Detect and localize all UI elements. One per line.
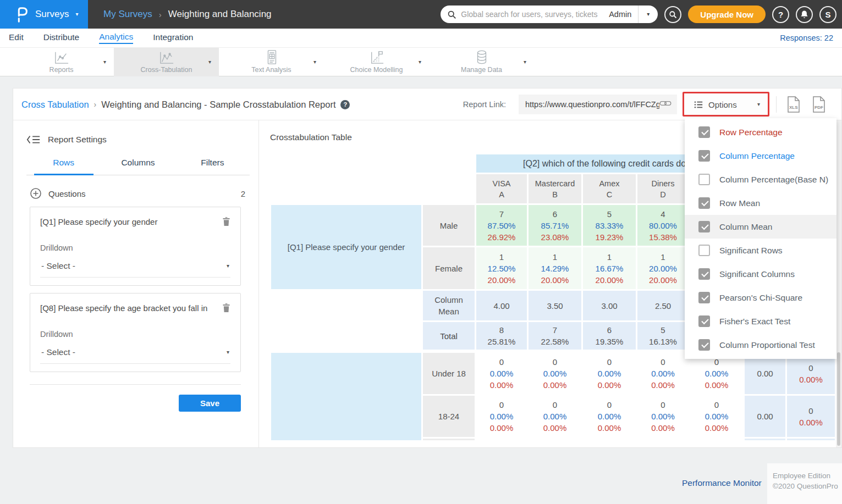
checkbox[interactable] — [698, 221, 710, 232]
row-label-male: Male — [423, 205, 475, 246]
chevron-down-icon[interactable] — [208, 59, 211, 65]
chevron-down-icon[interactable] — [419, 59, 421, 65]
help-icon[interactable]: ? — [340, 100, 350, 109]
checkbox[interactable] — [698, 292, 710, 303]
help-button[interactable] — [772, 6, 789, 23]
add-question-icon[interactable] — [30, 187, 42, 200]
search-submit-button[interactable] — [664, 6, 681, 23]
option-label: Significant Columns — [719, 269, 795, 279]
tab-label: Cross-Tabulation — [141, 66, 192, 74]
option-row-mean[interactable]: Row Mean — [685, 191, 837, 215]
nav-item-integration[interactable]: Integration — [153, 32, 193, 43]
settings-panel-title: Report Settings — [48, 135, 107, 145]
checkbox[interactable] — [698, 245, 710, 256]
option-significant-columns[interactable]: Significant Columns — [685, 262, 837, 286]
option-column-percentage[interactable]: Column Percentage — [685, 144, 837, 168]
tab-text-analysis[interactable]: Text Analysis — [219, 48, 324, 76]
option-column-percentage-base-n[interactable]: Column Percentage(Base N) — [685, 168, 837, 191]
tab-manage-data[interactable]: Manage Data — [429, 48, 534, 76]
checkbox[interactable] — [698, 197, 710, 209]
responses-count[interactable]: Responses: 22 — [780, 34, 833, 42]
option-significant-rows[interactable]: Significant Rows — [685, 239, 837, 262]
option-row-percentage[interactable]: Row Percentage — [685, 120, 837, 144]
delete-question-icon[interactable] — [222, 303, 230, 315]
divider — [30, 384, 241, 385]
collapse-panel-icon[interactable] — [26, 135, 41, 145]
question-label: [Q8] Please specify the age bracket you … — [40, 303, 222, 314]
search-scope-label: Admin — [609, 10, 638, 19]
brand-block[interactable]: Surveys — [0, 0, 88, 29]
bell-icon — [800, 10, 808, 19]
vertical-scrollbar[interactable] — [836, 120, 841, 447]
performance-monitor-link[interactable]: Performance Monitor — [682, 478, 762, 488]
drilldown-select[interactable]: - Select - — [40, 345, 230, 364]
report-link-field[interactable]: https://www.questionpro.com/t/lFFCZg — [519, 95, 677, 114]
chevron-down-icon[interactable] — [103, 59, 106, 65]
tab-reports[interactable]: Reports — [9, 48, 114, 76]
checkbox[interactable] — [698, 268, 710, 280]
save-button[interactable]: Save — [179, 395, 241, 412]
q1-row-question-label: [Q1] Please specify your gender — [271, 205, 421, 289]
export-pdf-button[interactable]: PDF — [811, 96, 827, 113]
crosstab-cell — [787, 439, 835, 440]
checkbox[interactable] — [698, 150, 710, 162]
drilldown-select[interactable]: - Select - — [40, 259, 230, 278]
chevron-down-icon[interactable] — [313, 59, 316, 65]
crosstab-cell — [583, 439, 636, 440]
avatar[interactable]: S — [819, 6, 837, 23]
row-label-female: Female — [423, 247, 475, 289]
export-xls-button[interactable]: XLS — [785, 96, 802, 113]
delete-question-icon[interactable] — [222, 217, 230, 229]
tab-choice-modelling[interactable]: Choice Modelling — [324, 48, 429, 76]
tab-columns[interactable]: Columns — [101, 158, 175, 175]
row-label-under-18: Under 18 — [423, 353, 475, 394]
tab-cross-tabulation[interactable]: Cross-Tabulation — [114, 48, 219, 76]
cross-tabulation-breadcrumb-link[interactable]: Cross Tabulation — [21, 99, 89, 110]
report-header: Cross Tabulation › Weighting and Balanci… — [13, 88, 841, 120]
edition-label: Employee Edition — [773, 470, 842, 481]
chevron-down-icon[interactable] — [524, 59, 526, 65]
column-header-amex: AmexC — [583, 174, 636, 203]
crosstab-cell: 120.00%20.00% — [637, 247, 689, 289]
crosstab-cell: 2.50 — [637, 291, 689, 320]
row-label-clipped — [423, 439, 475, 440]
crosstab-cell: 00.00%0.00% — [529, 396, 581, 437]
option-label: Column Mean — [719, 222, 773, 232]
nav-item-edit[interactable]: Edit — [9, 32, 24, 43]
tab-label: Manage Data — [461, 66, 502, 74]
drilldown-value: - Select - — [41, 261, 227, 271]
notifications-button[interactable] — [796, 6, 813, 23]
checkbox[interactable] — [698, 339, 710, 351]
global-search: Admin — [441, 5, 658, 23]
document-grid-icon — [265, 51, 279, 65]
nav-item-analytics[interactable]: Analytics — [99, 32, 133, 44]
options-button[interactable]: Options — [685, 95, 768, 114]
checkbox[interactable] — [698, 315, 710, 327]
crosstab-cell — [476, 439, 527, 440]
options-label: Options — [708, 100, 737, 109]
link-icon[interactable] — [659, 99, 672, 109]
scrollbar-thumb[interactable] — [837, 352, 840, 446]
option-column-mean[interactable]: Column Mean — [685, 215, 837, 239]
search-scope-dropdown[interactable] — [638, 5, 658, 23]
tab-filters[interactable]: Filters — [175, 158, 250, 175]
breadcrumb-separator: › — [159, 10, 162, 19]
option-fishers-exact-test[interactable]: Fisher's Exact Test — [685, 309, 837, 333]
option-label: Pearson's Chi-Square — [719, 293, 802, 303]
checkbox[interactable] — [698, 126, 710, 138]
nav-item-distribute[interactable]: Distribute — [43, 32, 79, 43]
upgrade-now-button[interactable]: Upgrade Now — [688, 5, 766, 23]
option-column-proportional-test[interactable]: Column Proportional Test — [685, 333, 837, 357]
checkbox[interactable] — [698, 174, 710, 185]
search-icon — [669, 10, 677, 19]
breadcrumb-my-surveys[interactable]: My Surveys — [103, 9, 152, 20]
crosstab-cell: 00.00%0.00% — [476, 396, 527, 437]
crosstab-cell: 480.00%15.38% — [637, 205, 689, 246]
tab-rows[interactable]: Rows — [26, 158, 101, 175]
question-label: [Q1] Please specify your gender — [40, 217, 222, 228]
option-pearsons-chi-square[interactable]: Pearson's Chi-Square — [685, 286, 837, 309]
breadcrumb-current-survey: Weighting and Balancing — [168, 9, 272, 20]
crosstab-cell: 516.13% — [637, 322, 689, 350]
tab-label: Reports — [49, 66, 74, 74]
search-input[interactable] — [461, 10, 609, 19]
